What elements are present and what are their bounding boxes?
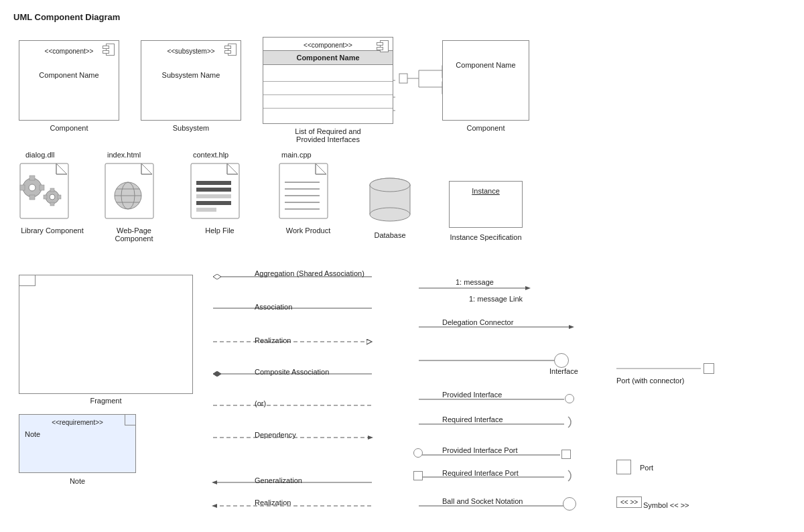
delegation-label: Delegation Connector xyxy=(442,318,513,326)
aggregation-label: Aggregation (Shared Association) xyxy=(255,269,364,277)
comp4-name: Component Name xyxy=(443,61,529,69)
svg-rect-59 xyxy=(196,208,216,212)
lib-label: Library Component xyxy=(19,226,86,235)
svg-rect-7 xyxy=(399,74,407,83)
svg-rect-33 xyxy=(29,195,35,200)
work-filename: main.cpp xyxy=(281,151,312,159)
component2-icon xyxy=(224,44,237,56)
composite-label: Composite Association xyxy=(255,368,329,376)
inst-label: Instance Specification xyxy=(449,233,523,241)
realization2-label: Realization xyxy=(255,498,291,507)
svg-rect-38 xyxy=(50,188,54,192)
component-3-outer: <<component>> Component Name xyxy=(263,37,393,124)
component-2: <<subsystem>> Subsystem Name xyxy=(141,40,241,121)
association-label: Association xyxy=(255,303,292,311)
required-interface-label: Required Interface xyxy=(442,415,503,423)
provided-port-circle xyxy=(413,448,423,458)
symbol-ltgt: << >> xyxy=(616,498,642,506)
svg-rect-56 xyxy=(196,188,231,192)
provided-interface-port-label: Provided Interface Port xyxy=(442,446,518,454)
symbol-ltgt-left: << >> xyxy=(616,496,642,508)
comp1-label: Component xyxy=(19,124,119,132)
svg-point-74 xyxy=(370,178,410,192)
lib-icon xyxy=(19,162,86,222)
port-square xyxy=(616,460,631,474)
component-icon xyxy=(103,44,115,56)
ball-socket-label: Ball and Socket Notation xyxy=(442,497,523,505)
lib-filename: dialog.dll xyxy=(25,151,54,159)
svg-rect-39 xyxy=(50,202,54,206)
comp1-name: Component Name xyxy=(19,71,119,79)
svg-point-37 xyxy=(50,194,55,200)
db-label: Database xyxy=(363,231,417,239)
fragment-corner xyxy=(19,275,36,286)
page-title: UML Component Diagram xyxy=(13,12,120,22)
note-shape: <<requirement>> Note xyxy=(19,414,136,473)
web-label: Web-Page Component xyxy=(104,226,164,243)
help-filename: context.hlp xyxy=(193,151,228,159)
note-corner xyxy=(125,415,135,425)
comp3-stereotype: <<component>> xyxy=(263,38,393,49)
dependency-label: Dependency xyxy=(255,431,296,439)
provided-interface-label: Provided Interface xyxy=(442,391,502,399)
link-msg-label: 1: message xyxy=(456,278,494,286)
svg-rect-57 xyxy=(196,194,231,198)
work-icon xyxy=(278,162,338,222)
instance-spec: Instance xyxy=(449,181,523,228)
generalization-label: Generalization xyxy=(255,476,302,484)
port-label: Port xyxy=(640,464,653,472)
svg-point-31 xyxy=(29,184,36,191)
link-label: 1: message Link xyxy=(469,295,523,303)
svg-rect-55 xyxy=(196,181,231,185)
svg-rect-34 xyxy=(20,185,25,190)
realization-label: Realization xyxy=(255,336,291,344)
or-label: (or) xyxy=(255,399,266,407)
fragment-shape xyxy=(19,275,193,394)
component-4-box: Component Name xyxy=(442,40,529,121)
note-label: Note xyxy=(19,477,136,485)
web-icon xyxy=(104,162,164,222)
comp3-label: List of Required andProvided Interfaces xyxy=(263,127,393,143)
fragment-label: Fragment xyxy=(19,397,193,405)
comp2-label: Subsystem xyxy=(141,124,241,132)
svg-rect-32 xyxy=(29,176,35,180)
required-interface-port-label: Required Interface Port xyxy=(442,469,519,477)
svg-rect-58 xyxy=(196,201,231,205)
help-icon xyxy=(190,162,250,222)
comp2-name: Subsystem Name xyxy=(141,71,241,79)
help-label: Help File xyxy=(190,226,250,235)
required-port-square xyxy=(413,471,423,480)
svg-point-73 xyxy=(370,208,410,221)
interface-label: Interface xyxy=(549,367,578,375)
provided-interface-circle xyxy=(565,394,574,403)
note-name: Note xyxy=(19,430,135,438)
web-filename: index.html xyxy=(107,151,141,159)
db-shape xyxy=(363,173,417,228)
component-1: <<component>> Component Name xyxy=(19,40,119,121)
comp4-label: Component xyxy=(442,124,529,132)
symbol-label: Symbol << >> xyxy=(643,501,689,509)
port-with-connector-shape xyxy=(704,363,714,374)
svg-rect-35 xyxy=(40,185,44,190)
interface-circle xyxy=(554,353,569,368)
note-stereotype: <<requirement>> xyxy=(19,415,135,426)
svg-rect-41 xyxy=(58,195,61,199)
comp3-name: Component Name xyxy=(263,50,393,65)
comp3-icon xyxy=(377,40,389,52)
port-connector-label: Port (with connector) xyxy=(616,377,684,385)
provided-port-square xyxy=(561,450,571,459)
svg-rect-40 xyxy=(44,195,47,199)
instance-name: Instance xyxy=(450,182,522,195)
work-label: Work Product xyxy=(278,226,338,235)
